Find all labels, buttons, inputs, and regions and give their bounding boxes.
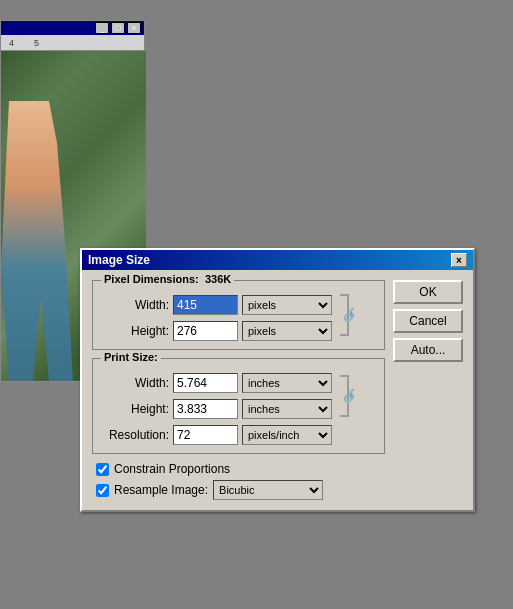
print-height-input[interactable] — [173, 399, 238, 419]
resample-image-select[interactable]: Nearest Neighbor Bilinear Bicubic Bicubi… — [213, 480, 323, 500]
resolution-input[interactable] — [173, 425, 238, 445]
print-size-label: Print Size: — [104, 351, 158, 363]
pixel-width-label: Width: — [101, 298, 169, 312]
dialog-main-panel: Pixel Dimensions: 336K Width: pixels per… — [92, 280, 385, 500]
pixel-dimensions-label: Pixel Dimensions: — [104, 273, 199, 285]
pixel-height-unit-select[interactable]: pixels percent — [242, 321, 332, 341]
pixel-chain-bracket: 🔗 — [336, 292, 354, 338]
dialog-titlebar: Image Size × — [82, 250, 473, 270]
ruler-marks: 4 5 — [9, 38, 39, 48]
svg-text:🔗: 🔗 — [343, 306, 354, 323]
pixel-dimensions-legend: Pixel Dimensions: 336K — [101, 273, 234, 285]
constrain-proportions-label: Constrain Proportions — [114, 462, 230, 476]
resample-image-label: Resample Image: — [114, 483, 208, 497]
minimize-btn[interactable]: _ — [95, 22, 109, 34]
ruler: 4 5 — [1, 35, 144, 51]
cancel-button[interactable]: Cancel — [393, 309, 463, 333]
constrain-proportions-row: Constrain Proportions — [92, 462, 385, 476]
pixel-height-label: Height: — [101, 324, 169, 338]
pixel-dimensions-value: 336K — [205, 273, 231, 285]
print-size-legend: Print Size: — [101, 351, 161, 363]
pixel-fields: Width: pixels percent Height: — [101, 289, 332, 341]
print-chain-bracket: 🔗 — [336, 373, 354, 419]
image-size-dialog: Image Size × Pixel Dimensions: 336K Widt… — [80, 248, 475, 512]
pixel-width-unit-select[interactable]: pixels percent — [242, 295, 332, 315]
dialog-body: Pixel Dimensions: 336K Width: pixels per… — [82, 270, 473, 510]
ruler-mark-5: 5 — [34, 38, 39, 48]
dialog-title: Image Size — [88, 253, 150, 267]
print-fields: Width: inches cm mm points picas percent — [101, 367, 332, 445]
pixel-width-row: Width: pixels percent — [101, 295, 332, 315]
pixel-chain-svg: 🔗 — [336, 292, 354, 338]
pixel-width-input[interactable] — [173, 295, 238, 315]
print-height-label: Height: — [101, 402, 169, 416]
pixel-height-row: Height: pixels percent — [101, 321, 332, 341]
print-height-row: Height: inches cm mm points picas percen… — [101, 399, 332, 419]
dialog-close-button[interactable]: × — [451, 253, 467, 267]
resample-image-checkbox[interactable] — [96, 484, 109, 497]
maximize-btn[interactable]: □ — [111, 22, 125, 34]
resample-image-row: Resample Image: Nearest Neighbor Bilinea… — [92, 480, 385, 500]
print-width-row: Width: inches cm mm points picas percent — [101, 373, 332, 393]
dialog-buttons-panel: OK Cancel Auto... — [393, 280, 463, 500]
app-titlebar: _ □ × — [1, 21, 144, 35]
print-width-unit-select[interactable]: inches cm mm points picas percent — [242, 373, 332, 393]
print-width-label: Width: — [101, 376, 169, 390]
print-width-input[interactable] — [173, 373, 238, 393]
print-size-group: Print Size: Width: inches cm mm poin — [92, 358, 385, 454]
auto-button[interactable]: Auto... — [393, 338, 463, 362]
pixel-dimensions-group: Pixel Dimensions: 336K Width: pixels per… — [92, 280, 385, 350]
resolution-unit-select[interactable]: pixels/inch pixels/cm — [242, 425, 332, 445]
ruler-mark-4: 4 — [9, 38, 14, 48]
print-chain-svg: 🔗 — [336, 373, 354, 419]
svg-text:🔗: 🔗 — [343, 387, 354, 404]
print-height-unit-select[interactable]: inches cm mm points picas percent — [242, 399, 332, 419]
close-btn[interactable]: × — [127, 22, 141, 34]
ok-button[interactable]: OK — [393, 280, 463, 304]
pixel-height-input[interactable] — [173, 321, 238, 341]
resolution-row: Resolution: pixels/inch pixels/cm — [101, 425, 332, 445]
resolution-label: Resolution: — [101, 428, 169, 442]
constrain-proportions-checkbox[interactable] — [96, 463, 109, 476]
